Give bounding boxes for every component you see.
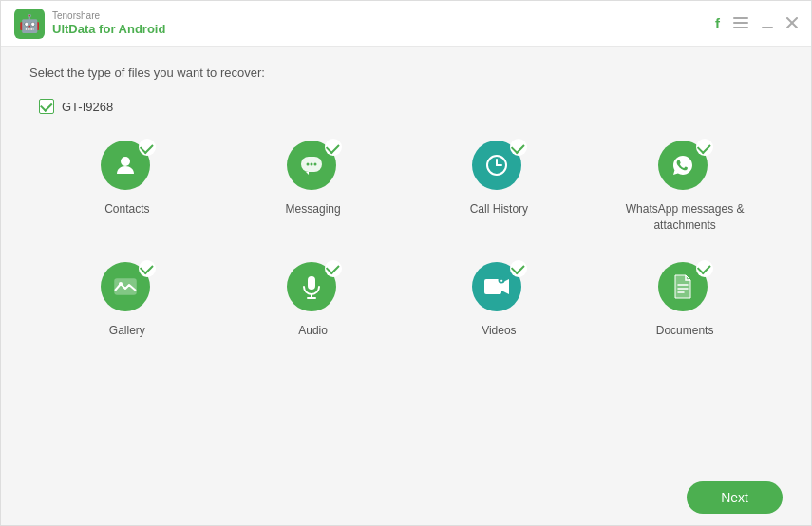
titlebar: 🤖 Tenorshare UltData for Android f bbox=[1, 1, 811, 47]
brand-label: Tenorshare bbox=[52, 10, 165, 22]
gallery-label: Gallery bbox=[109, 323, 145, 339]
file-item-audio[interactable]: Audio bbox=[225, 262, 402, 339]
svg-point-17 bbox=[119, 282, 123, 286]
file-item-gallery[interactable]: Gallery bbox=[39, 262, 216, 339]
audio-icon-wrap bbox=[287, 262, 340, 315]
main-content: Select the type of files you want to rec… bbox=[1, 47, 811, 470]
file-item-contacts[interactable]: Contacts bbox=[39, 141, 216, 234]
next-button[interactable]: Next bbox=[687, 481, 783, 514]
gallery-icon-wrap bbox=[101, 262, 154, 315]
audio-label: Audio bbox=[298, 323, 328, 339]
close-icon[interactable] bbox=[786, 16, 798, 31]
gallery-icon bbox=[112, 273, 139, 300]
messaging-label: Messaging bbox=[286, 201, 341, 217]
call-history-label: Call History bbox=[470, 201, 528, 217]
whatsapp-icon bbox=[670, 152, 696, 178]
documents-check-badge bbox=[696, 260, 713, 277]
svg-rect-3 bbox=[733, 22, 748, 24]
contacts-icon-wrap bbox=[101, 141, 154, 194]
svg-point-8 bbox=[121, 157, 130, 166]
messaging-icon bbox=[298, 152, 325, 178]
file-item-whatsapp[interactable]: WhatsApp messages & attachments bbox=[596, 141, 773, 234]
svg-point-10 bbox=[306, 163, 309, 166]
svg-rect-4 bbox=[733, 27, 748, 28]
videos-icon-wrap: ● bbox=[472, 262, 525, 315]
svg-text:●: ● bbox=[500, 277, 503, 283]
minimize-icon[interactable] bbox=[762, 16, 773, 31]
file-item-videos[interactable]: ● Videos bbox=[411, 262, 588, 339]
file-type-grid: Contacts Messaging bbox=[29, 141, 783, 338]
app-logo-icon: 🤖 bbox=[14, 9, 45, 39]
svg-rect-5 bbox=[762, 27, 773, 28]
app-title-text: Tenorshare UltData for Android bbox=[52, 10, 165, 37]
contacts-label: Contacts bbox=[104, 201, 149, 217]
videos-label: Videos bbox=[482, 323, 516, 339]
gallery-check-badge bbox=[139, 260, 156, 277]
app-logo: 🤖 Tenorshare UltData for Android bbox=[14, 9, 165, 39]
messaging-icon-wrap bbox=[287, 141, 340, 194]
documents-icon-wrap bbox=[658, 262, 711, 315]
device-row: GT-I9268 bbox=[29, 99, 783, 114]
videos-icon: ● bbox=[482, 274, 511, 299]
call-history-check-badge bbox=[510, 139, 527, 156]
app-window: 🤖 Tenorshare UltData for Android f bbox=[0, 0, 812, 526]
menu-icon[interactable] bbox=[733, 16, 748, 31]
svg-rect-2 bbox=[733, 17, 748, 19]
svg-rect-18 bbox=[308, 276, 315, 290]
device-name-label: GT-I9268 bbox=[62, 100, 113, 114]
contacts-check-badge bbox=[139, 139, 156, 156]
svg-text:🤖: 🤖 bbox=[19, 13, 41, 34]
videos-check-badge bbox=[510, 260, 527, 277]
footer: Next bbox=[1, 470, 811, 525]
messaging-check-badge bbox=[325, 139, 342, 156]
facebook-icon[interactable]: f bbox=[715, 15, 720, 31]
svg-point-12 bbox=[313, 163, 316, 166]
call-history-icon bbox=[483, 152, 510, 178]
contacts-icon bbox=[113, 153, 138, 178]
whatsapp-check-badge bbox=[696, 139, 713, 156]
call-history-icon-wrap bbox=[472, 141, 525, 194]
svg-point-11 bbox=[310, 163, 312, 166]
file-item-documents[interactable]: Documents bbox=[596, 262, 773, 339]
device-checkbox[interactable] bbox=[39, 99, 54, 114]
app-title-label: UltData for Android bbox=[52, 22, 165, 37]
audio-check-badge bbox=[325, 260, 342, 277]
documents-label: Documents bbox=[656, 323, 714, 339]
whatsapp-icon-wrap bbox=[658, 141, 711, 194]
file-item-call-history[interactable]: Call History bbox=[411, 141, 588, 234]
documents-icon bbox=[670, 273, 695, 300]
window-controls: f bbox=[715, 15, 798, 31]
audio-icon bbox=[299, 273, 324, 300]
instruction-text: Select the type of files you want to rec… bbox=[29, 66, 783, 80]
file-item-messaging[interactable]: Messaging bbox=[225, 141, 402, 234]
whatsapp-label: WhatsApp messages & attachments bbox=[596, 201, 773, 234]
